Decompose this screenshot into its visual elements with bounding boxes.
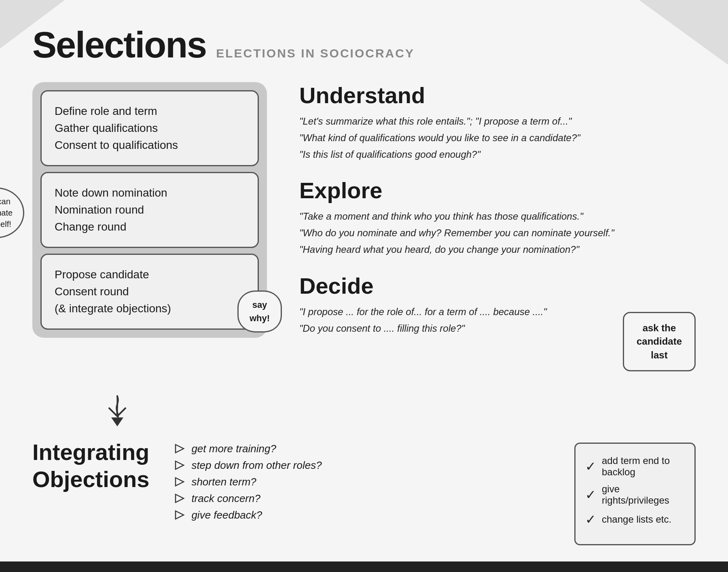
chevron-icon-5	[174, 509, 186, 521]
understand-line1: Define role and term	[55, 103, 245, 120]
checklist-item-2: ✓ give rights/privileges	[585, 483, 685, 506]
explore-line2: Nomination round	[55, 201, 245, 218]
checklist-item-3: ✓ change lists etc.	[585, 512, 685, 527]
checklist-text-3: change lists etc.	[602, 514, 671, 525]
checklist-box: ✓ add term end to backlog ✓ give rights/…	[574, 443, 696, 545]
page-title: Selections	[32, 24, 206, 66]
understand-quote1: "Let's summarize what this role entails.…	[299, 113, 696, 130]
check-icon-1: ✓	[585, 459, 596, 474]
integrating-title: Integrating Objections	[32, 439, 149, 493]
header: Selections ELECTIONS IN SOCIOCRACY	[0, 0, 728, 74]
ask-candidate-text: ask the candidate last	[637, 322, 682, 360]
svg-marker-4	[176, 494, 184, 502]
explore-section: Explore "Take a moment and think who you…	[299, 177, 696, 258]
footer: Sociocracy For All Resources, training, …	[0, 561, 728, 572]
objections-list: get more training? step down from other …	[174, 439, 550, 525]
say-why-bubble: say why!	[237, 290, 282, 333]
understand-text: "Let's summarize what this role entails.…	[299, 113, 696, 163]
nominate-bubble: You can nominate yourself!	[0, 187, 24, 238]
understand-quote2: "What kind of qualifications would you l…	[299, 130, 696, 146]
left-panel: You can nominate yourself! Define role a…	[32, 82, 267, 386]
objection-text-5: give feedback?	[191, 509, 262, 521]
say-why-text: say why!	[250, 300, 270, 323]
svg-marker-2	[176, 461, 184, 469]
explore-text: "Take a moment and think who you think h…	[299, 208, 696, 258]
check-icon-2: ✓	[585, 487, 596, 502]
objection-item-5: give feedback?	[174, 509, 550, 521]
right-panel: Understand "Let's summarize what this ro…	[299, 82, 696, 386]
objection-item-1: get more training?	[174, 443, 550, 455]
understand-line3: Consent to qualifications	[55, 137, 245, 154]
objection-item-4: track concern?	[174, 492, 550, 505]
decide-title: Decide	[299, 273, 696, 299]
process-box-understand: Define role and term Gather qualificatio…	[40, 90, 259, 166]
explore-quote1: "Take a moment and think who you think h…	[299, 208, 696, 225]
decide-quote1: "I propose ... for the role of... for a …	[299, 304, 607, 320]
chevron-icon-2	[174, 459, 186, 471]
process-box-decide: Propose candidate Consent round (& integ…	[40, 254, 259, 330]
svg-marker-3	[176, 478, 184, 486]
understand-title: Understand	[299, 82, 696, 108]
chevron-icon-3	[174, 476, 186, 488]
chevron-icon-1	[174, 443, 186, 455]
explore-title: Explore	[299, 177, 696, 203]
checklist-text-1: add term end to backlog	[602, 455, 685, 478]
explore-quote3: "Having heard what you heard, do you cha…	[299, 242, 696, 258]
check-icon-3: ✓	[585, 512, 596, 527]
decide-text: "I propose ... for the role of... for a …	[299, 304, 607, 337]
svg-marker-1	[176, 445, 184, 453]
objection-text-3: shorten term?	[191, 476, 256, 488]
objection-text-4: track concern?	[191, 492, 260, 505]
ask-candidate-bubble: ask the candidate last	[623, 312, 696, 371]
objection-text-2: step down from other roles?	[191, 459, 322, 472]
explore-quote2: "Who do you nominate and why? Remember y…	[299, 225, 696, 242]
explore-line1: Note down nomination	[55, 184, 245, 201]
process-outer-box: Define role and term Gather qualificatio…	[32, 82, 267, 338]
process-box-explore: Note down nomination Nomination round Ch…	[40, 172, 259, 248]
bottom-section: Integrating Objections get more training…	[0, 434, 728, 553]
chevron-icon-4	[174, 492, 186, 504]
svg-marker-0	[111, 417, 123, 426]
nominate-text: You can nominate yourself!	[0, 197, 13, 229]
understand-line2: Gather qualifications	[55, 120, 245, 137]
decide-line3: (& integrate objections)	[55, 300, 245, 317]
decide-line1: Propose candidate	[55, 266, 245, 283]
arrow-down-icon	[101, 394, 133, 430]
explore-line3: Change round	[55, 218, 245, 235]
arrow-down-container	[0, 394, 728, 430]
main-content: You can nominate yourself! Define role a…	[0, 74, 728, 394]
svg-marker-5	[176, 511, 184, 519]
decide-row: "I propose ... for the role of... for a …	[299, 304, 696, 371]
page: Selections ELECTIONS IN SOCIOCRACY You c…	[0, 0, 728, 572]
understand-section: Understand "Let's summarize what this ro…	[299, 82, 696, 163]
decide-section: Decide "I propose ... for the role of...…	[299, 273, 696, 371]
page-subtitle: ELECTIONS IN SOCIOCRACY	[216, 47, 415, 60]
understand-quote3: "Is this list of qualifications good eno…	[299, 146, 696, 163]
objection-text-1: get more training?	[191, 443, 276, 455]
checklist-item-1: ✓ add term end to backlog	[585, 455, 685, 478]
objection-item-2: step down from other roles?	[174, 459, 550, 472]
decide-line2: Consent round	[55, 283, 245, 300]
checklist-text-2: give rights/privileges	[602, 483, 685, 506]
decide-quote2: "Do you consent to .... filling this rol…	[299, 320, 607, 337]
objection-item-3: shorten term?	[174, 476, 550, 488]
